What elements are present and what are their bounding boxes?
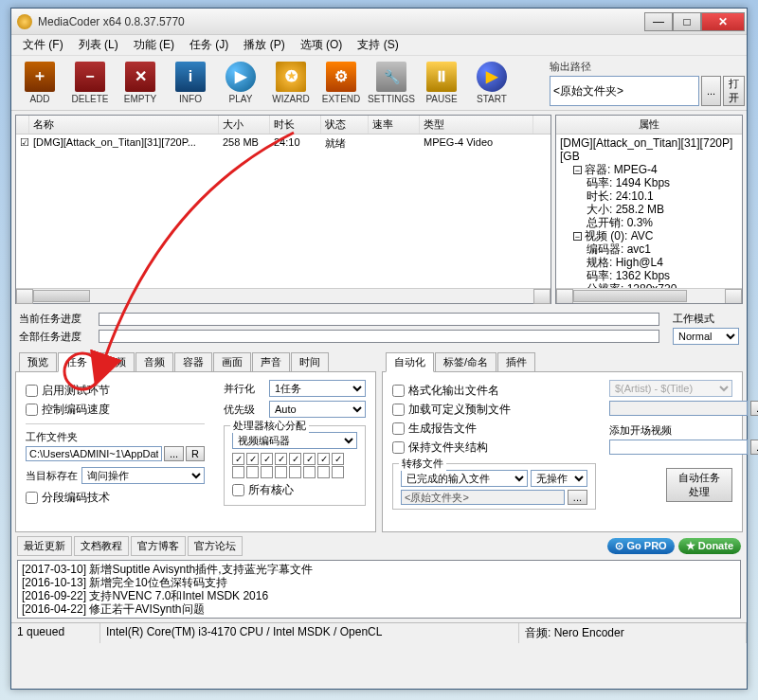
add-button[interactable]: ＋ADD — [15, 58, 64, 107]
auto-panel: 格式化输出文件名 加载可定义预制文件 生成报告文件 保持文件夹结构 转移文件 已… — [382, 371, 743, 532]
play-icon — [226, 62, 256, 92]
right-tabs: 自动化 标签/命名 插件 — [386, 352, 739, 372]
tab-audio[interactable]: 音频 — [135, 352, 173, 372]
tab-sound[interactable]: 声音 — [252, 352, 290, 372]
col-size[interactable]: 大小 — [219, 116, 270, 134]
tab-preview[interactable]: 预览 — [19, 352, 57, 372]
menu-file[interactable]: 文件 (F) — [15, 37, 71, 53]
workmode-select[interactable]: Normal — [673, 328, 739, 345]
all-progress-label: 全部任务进度 — [19, 330, 93, 344]
preset-input — [609, 401, 748, 416]
link-docs[interactable]: 文档教程 — [74, 536, 129, 556]
xfer-dst-input — [401, 490, 565, 505]
settings-button[interactable]: SETTINGS — [367, 58, 416, 107]
col-rate[interactable]: 速率 — [369, 116, 420, 134]
tab-task[interactable]: 任务 — [58, 352, 96, 372]
play-button[interactable]: PLAY — [216, 58, 265, 107]
fmt-checkbox[interactable]: 格式化输出文件名 — [392, 383, 596, 399]
prio-select[interactable]: Auto — [269, 401, 366, 418]
news-log[interactable]: [2017-03-10] 新增Suptitle Avisynth插件,支持蓝光字… — [17, 560, 741, 619]
ctrl-checkbox[interactable]: 控制编码速度 — [26, 402, 205, 418]
empty-button[interactable]: ✕EMPTY — [116, 58, 165, 107]
col-name[interactable]: 名称 — [29, 116, 219, 134]
menu-opt[interactable]: 选项 (O) — [293, 37, 351, 53]
link-forum[interactable]: 官方论坛 — [188, 536, 243, 556]
delete-button[interactable]: −DELETE — [65, 58, 115, 107]
file-hscroll[interactable] — [16, 288, 550, 303]
tab-picture[interactable]: 画面 — [213, 352, 251, 372]
pause-button[interactable]: PAUSE — [417, 58, 466, 107]
wizard-button[interactable]: ✪WIZARD — [266, 58, 316, 107]
app-icon — [17, 14, 32, 29]
info-button[interactable]: iINFO — [166, 58, 215, 107]
statusbar: 1 queued Intel(R) Core(TM) i3-4170 CPU /… — [11, 622, 747, 643]
workmode-label: 工作模式 — [673, 312, 739, 326]
workdir-reset[interactable]: R — [186, 446, 205, 461]
toolbar: ＋ADD −DELETE ✕EMPTY iINFO PLAY ✪WIZARD ⚙… — [11, 56, 747, 111]
xfer-group: 转移文件 已完成的输入文件 无操作 ... — [392, 463, 596, 510]
pause-icon — [426, 62, 457, 92]
link-blog[interactable]: 官方博客 — [131, 536, 186, 556]
output-path-group: 输出路径 ... 打开 — [544, 58, 743, 108]
status-queue: 1 queued — [11, 623, 100, 643]
menubar: 文件 (F) 列表 (L) 功能 (E) 任务 (J) 播放 (P) 选项 (O… — [11, 35, 747, 56]
status-audio: 音频: Nero Encoder — [519, 623, 747, 643]
start-button[interactable]: START — [467, 58, 516, 107]
output-path-input[interactable] — [550, 76, 699, 106]
workdir-input[interactable] — [26, 446, 162, 461]
tab-video[interactable]: 视频 — [97, 352, 135, 372]
donate-badge[interactable]: ★ Donate — [678, 538, 741, 554]
auto-task-button[interactable]: 自动任务 处理 — [666, 468, 732, 502]
link-recent[interactable]: 最近更新 — [17, 536, 72, 556]
extend-icon: ⚙ — [326, 62, 356, 92]
all-progress-bar — [99, 330, 659, 343]
report-checkbox[interactable]: 生成报告文件 — [392, 421, 596, 437]
tab-time[interactable]: 时间 — [291, 352, 329, 372]
xfer-browse[interactable]: ... — [568, 490, 587, 505]
xfer-src-select[interactable]: 已完成的输入文件 — [401, 470, 528, 487]
menu-func[interactable]: 功能 (E) — [126, 37, 182, 53]
maximize-button[interactable] — [673, 12, 701, 31]
load-checkbox[interactable]: 加载可定义预制文件 — [392, 402, 596, 418]
links-bar: 最近更新 文档教程 官方博客 官方论坛 ⊙ Go PRO ★ Donate — [11, 532, 747, 560]
test-checkbox[interactable]: 启用测试环节 — [26, 383, 205, 399]
allcores-checkbox[interactable]: 所有核心 — [232, 482, 357, 498]
menu-play[interactable]: 播放 (P) — [236, 37, 292, 53]
close-button[interactable] — [701, 12, 745, 31]
preset-browse[interactable]: ... — [750, 401, 758, 416]
keep-checkbox[interactable]: 保持文件夹结构 — [392, 440, 596, 456]
file-row[interactable]: ☑ [DMG][Attack_on_Titan][31][720P... 258… — [16, 135, 550, 153]
addvid-browse[interactable]: ... — [750, 440, 758, 455]
props-hscroll[interactable] — [556, 288, 742, 303]
tab-container[interactable]: 容器 — [174, 352, 212, 372]
menu-list[interactable]: 列表 (L) — [71, 37, 126, 53]
seg-checkbox[interactable]: 分段编码技术 — [26, 490, 205, 506]
output-browse-button[interactable]: ... — [701, 76, 721, 106]
col-stat[interactable]: 状态 — [321, 116, 369, 134]
col-dur[interactable]: 时长 — [270, 116, 321, 134]
tab-tag[interactable]: 标签/命名 — [435, 352, 496, 372]
exists-select[interactable]: 询问操作 — [81, 467, 205, 484]
info-icon: i — [175, 62, 206, 92]
tab-auto[interactable]: 自动化 — [386, 352, 434, 372]
xfer-act-select[interactable]: 无操作 — [531, 470, 587, 487]
menu-help[interactable]: 支持 (S) — [350, 37, 406, 53]
addvid-input[interactable] — [609, 440, 748, 455]
file-list[interactable]: 名称 大小 时长 状态 速率 类型 ☑ [DMG][Attack_on_Tita… — [15, 115, 551, 304]
col-type[interactable]: 类型 — [420, 116, 533, 134]
workdir-browse[interactable]: ... — [164, 446, 184, 461]
menu-task[interactable]: 任务 (J) — [182, 37, 236, 53]
tab-plugin[interactable]: 插件 — [497, 352, 535, 372]
cores-select[interactable]: 视频编码器 — [232, 432, 357, 449]
minimize-button[interactable] — [644, 12, 673, 31]
cores-grid[interactable] — [232, 453, 357, 478]
extend-button[interactable]: ⚙EXTEND — [316, 58, 366, 107]
parallel-select[interactable]: 1任务 — [269, 380, 366, 397]
titlebar[interactable]: MediaCoder x64 0.8.37.5770 — [11, 9, 747, 35]
props-title: 属性 — [556, 116, 742, 135]
output-open-button[interactable]: 打开 — [723, 76, 745, 106]
status-cpu: Intel(R) Core(TM) i3-4170 CPU / Intel MS… — [100, 623, 519, 643]
left-tabs: 预览 任务 视频 音频 容器 画面 声音 时间 — [19, 352, 372, 372]
settings-icon — [376, 62, 406, 92]
gopro-badge[interactable]: ⊙ Go PRO — [607, 538, 674, 554]
